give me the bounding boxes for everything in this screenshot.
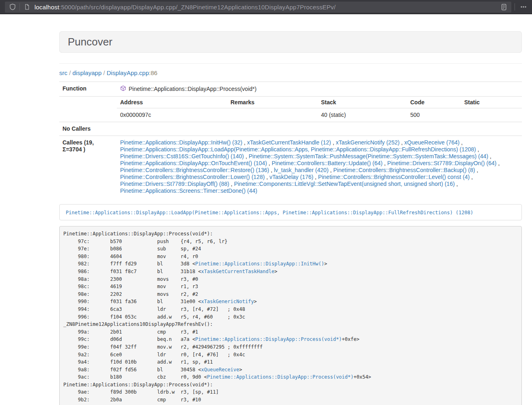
column-remarks: Remarks [227,97,318,108]
callee-link[interactable]: Pinetime::Controllers::Battery::Update()… [272,160,383,166]
no-callers-label: No Callers [59,122,117,136]
header-divider [59,63,522,64]
page-info-icon[interactable] [22,2,32,12]
column-address: Address [117,97,227,108]
cell-address: 0x0000097c [117,108,227,122]
cell-stack: 40 (static) [318,108,407,122]
reader-mode-icon[interactable] [498,2,509,12]
callee-link[interactable]: Pinetime::Drivers::St7789::DisplayOn() (… [387,160,496,166]
function-row: Function Pinetime::Applications::Display… [59,82,522,97]
callee-link[interactable]: Pinetime::Controllers::BrightnessControl… [120,167,269,173]
callee-link[interactable]: Pinetime::Controllers::BrightnessControl… [333,167,475,173]
cell-code: 500 [407,108,461,122]
page-container: Puncover src / displayapp / DisplayApp.c… [59,31,522,405]
callees-list: Pinetime::Applications::DisplayApp::Init… [117,136,522,198]
callee-link[interactable]: xTaskGenericNotify (252) [336,139,399,146]
function-label: Function [59,82,117,97]
stats-table: Address Remarks Stack Code Static 0x0000… [117,97,522,122]
highlighted-callee-link[interactable]: Pinetime::Applications::DisplayApp::Load… [66,210,473,215]
no-callers-row: No Callers [59,122,522,136]
breadcrumb: src / displayapp / DisplayApp.cpp:86 [59,69,522,76]
callee-link[interactable]: Pinetime::Drivers::St7789::DisplayOff() … [120,181,229,187]
stats-row: Address Remarks Stack Code Static 0x0000… [59,97,522,122]
callee-link[interactable]: xTaskGetCurrentTaskHandle (12) [247,139,331,146]
function-name: Pinetime::Applications::DisplayApp::Proc… [129,86,256,93]
breadcrumb-link[interactable]: src [59,69,67,76]
breadcrumb-link[interactable]: displayapp [73,69,102,76]
menu-icon[interactable] [518,2,529,12]
callee-link[interactable]: vTaskDelay (176) [269,174,313,180]
code-symbol-link[interactable]: xTaskGetCurrentTaskHandle [201,269,275,274]
code-symbol-link[interactable]: xTaskGenericNotify [201,299,254,304]
code-symbol-link[interactable]: Pinetime::Applications::DisplayApp::Proc… [195,336,342,342]
callee-link[interactable]: Pinetime::Drivers::Cst816S::GetTouchInfo… [120,153,244,159]
callee-link[interactable]: Pinetime::Applications::DisplayApp::Init… [120,139,242,146]
callee-link[interactable]: Pinetime::Components::LittleVgl::SetNewT… [234,181,455,187]
callee-link[interactable]: Pinetime::Applications::DisplayApp::OnTo… [120,160,267,166]
callees-label: Callees (19, Σ=3704 ) [59,136,117,198]
code-symbol-link[interactable]: xQueueReceive [201,367,239,373]
callees-row: Callees (19, Σ=3704 ) Pinetime::Applicat… [59,136,522,198]
toolbar-divider [515,3,515,11]
code-symbol-link[interactable]: Pinetime::Applications::DisplayApp::Init… [195,261,324,267]
function-table: Function Pinetime::Applications::Display… [59,82,522,198]
callee-link[interactable]: Pinetime::Controllers::BrightnessControl… [318,174,470,180]
urlbar-divider [19,3,20,11]
callee-link[interactable]: Pinetime::Applications::DisplayApp::Load… [120,146,476,153]
column-stack: Stack [318,97,407,108]
breadcrumb-separator: / [67,69,73,76]
callee-link[interactable]: xQueueReceive (764) [404,139,459,146]
url-bar[interactable]: localhost:5000/path/src/displayapp/Displ… [5,2,511,13]
column-static: Static [461,97,522,108]
callee-link[interactable]: Pinetime::Controllers::BrightnessControl… [120,174,265,180]
url-text[interactable]: localhost:5000/path/src/displayapp/Displ… [34,4,498,11]
method-cube-icon [120,85,126,93]
cell-static [461,108,522,122]
breadcrumb-line-number: :86 [149,69,157,76]
page-title: Puncover [68,36,112,48]
cell-remarks [227,108,318,122]
browser-toolbar: localhost:5000/path/src/displayapp/Displ… [0,0,532,14]
callee-link[interactable]: Pinetime::Applications::Screens::Timer::… [120,187,257,194]
url-path: :5000/path/src/displayapp/DisplayApp.cpp… [59,4,336,11]
disassembly-code: Pinetime::Applications::DisplayApp::Proc… [59,226,522,405]
callee-link[interactable]: lv_task_handler (420) [274,167,329,173]
table-row: 0x0000097c 40 (static) 500 [117,108,522,122]
breadcrumb-link[interactable]: DisplayApp.cpp [107,69,149,76]
code-symbol-link[interactable]: Pinetime::Applications::DisplayApp::Proc… [207,374,353,380]
shield-icon[interactable] [7,2,18,12]
url-host: localhost [34,4,59,11]
breadcrumb-separator: / [101,69,107,76]
column-code: Code [407,97,461,108]
page-header: Puncover [59,31,522,53]
callee-link[interactable]: Pinetime::System::SystemTask::PushMessag… [249,153,489,159]
highlighted-callee-panel: Pinetime::Applications::DisplayApp::Load… [59,204,522,220]
